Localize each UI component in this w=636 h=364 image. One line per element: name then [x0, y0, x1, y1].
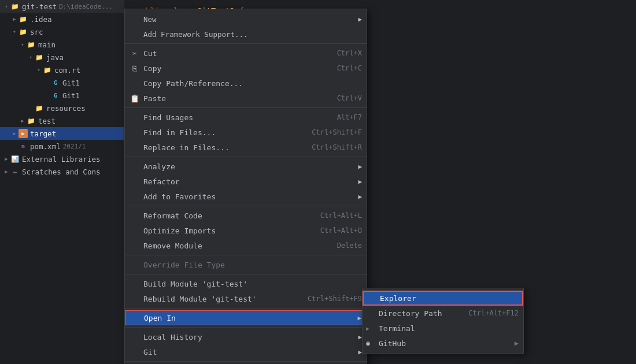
shortcut-label: Ctrl+Shift+F9 — [308, 295, 362, 303]
tree-item-scratches[interactable]: ▶ ✏ Scratches and Cons — [0, 165, 124, 178]
menu-item-new[interactable]: New ▶ — [125, 12, 367, 27]
menu-item-refactor[interactable]: Refactor ▶ — [125, 174, 367, 189]
src-folder-icon: 📁 — [19, 27, 28, 36]
menu-item-override-file-type[interactable]: Override File Type — [125, 257, 367, 272]
tree-item-git-test[interactable]: ▾ 📁 git-test D:\ideaCode... — [0, 0, 124, 13]
tree-item-resources[interactable]: 📁 resources — [0, 102, 124, 114]
tree-item-ext-libs[interactable]: ▶ 📊 External Libraries — [0, 153, 124, 165]
copy-icon: ⎘ — [130, 64, 140, 73]
menu-separator — [125, 107, 367, 108]
shortcut-label: Ctrl+Alt+O — [320, 226, 362, 235]
submenu-arrow-icon: ▶ — [358, 193, 362, 200]
tree-label: Git1 — [62, 79, 80, 87]
menu-item-add-to-fav[interactable]: Add to Favorites ▶ — [125, 189, 367, 204]
menu-item-copy[interactable]: ⎘ Copy Ctrl+C — [125, 61, 367, 76]
menu-item-cut[interactable]: ✂ Cut Ctrl+X — [125, 46, 367, 61]
tree-sublabel: D:\ideaCode... — [59, 3, 113, 10]
tree-label: Scratches and Cons — [22, 168, 100, 176]
shortcut-label: Ctrl+Alt+L — [320, 211, 362, 220]
submenu-arrow-icon: ▶ — [358, 16, 362, 23]
tree-item-git2[interactable]: G Git1 — [0, 89, 124, 102]
menu-item-rebuild-module[interactable]: Rebuild Module 'git-test' Ctrl+Shift+F9 — [125, 291, 367, 306]
menu-separator — [125, 308, 367, 309]
menu-item-copy-path[interactable]: Copy Path/Reference... — [125, 76, 367, 91]
tree-arrow: ▾ — [10, 29, 19, 35]
paste-icon: 📋 — [130, 94, 140, 103]
scratch-icon: ✏ — [10, 167, 20, 176]
submenu-arrow-icon: ▶ — [357, 314, 361, 322]
menu-item-reformat[interactable]: Reformat Code Ctrl+Alt+L — [125, 208, 367, 223]
tree-label: resources — [46, 104, 86, 113]
shortcut-label: Alt+F7 — [337, 113, 362, 121]
submenu-item-directory-path[interactable]: Directory Path Ctrl+Alt+F12 — [363, 306, 523, 321]
tree-label: main — [38, 40, 56, 49]
menu-separator — [125, 274, 367, 274]
tree-item-main[interactable]: ▾ 📁 main — [0, 38, 124, 51]
tree-item-pom[interactable]: m pom.xml 2021/1 — [0, 140, 124, 153]
library-icon: 📊 — [10, 154, 20, 164]
menu-item-replace-in-files[interactable]: Replace in Files... Ctrl+Shift+R — [125, 140, 367, 155]
tree-label: Git1 — [62, 91, 80, 100]
menu-item-add-framework[interactable]: Add Framework Support... — [125, 27, 367, 42]
folder-icon: 📁 — [27, 116, 36, 125]
tree-item-java[interactable]: ▾ 📁 java — [0, 51, 124, 64]
menu-item-build-module[interactable]: Build Module 'git-test' — [125, 276, 367, 291]
git-file-icon: G — [51, 91, 60, 100]
tree-arrow: ▶ — [10, 131, 19, 136]
shortcut-label: Ctrl+V — [337, 94, 362, 102]
submenu-arrow-icon: ▶ — [358, 163, 362, 170]
menu-separator — [125, 361, 367, 362]
menu-item-find-in-files[interactable]: Find in Files... Ctrl+Shift+F — [125, 125, 367, 140]
tree-label: com.rt — [54, 66, 80, 75]
tree-arrow: ▾ — [27, 54, 35, 60]
tree-label: test — [38, 117, 56, 125]
tree-item-src[interactable]: ▾ 📁 src — [0, 25, 124, 38]
project-panel: ▾ 📁 git-test D:\ideaCode... ▶ 📁 .idea ▾ … — [0, 0, 124, 364]
menu-item-analyze[interactable]: Analyze ▶ — [125, 159, 367, 174]
tree-arrow: ▶ — [19, 118, 27, 124]
submenu-item-terminal[interactable]: ▶ Terminal — [363, 321, 523, 336]
tree-item-com-rt[interactable]: ▾ 📁 com.rt — [0, 64, 124, 76]
shortcut-label: Ctrl+C — [337, 64, 362, 72]
tree-label: java — [46, 53, 64, 62]
tree-arrow: ▾ — [35, 67, 43, 73]
shortcut-label: Ctrl+Shift+R — [312, 143, 362, 151]
tree-item-target[interactable]: ▶ ▶ target — [0, 127, 124, 140]
tree-label: pom.xml — [30, 142, 61, 151]
menu-separator — [125, 255, 367, 255]
tree-item-idea[interactable]: ▶ 📁 .idea — [0, 13, 124, 25]
tree-label: External Libraries — [22, 155, 100, 164]
submenu-item-github[interactable]: ◉ GitHub ▶ — [363, 336, 523, 351]
folder-icon: 📁 — [19, 14, 28, 24]
menu-separator — [125, 157, 367, 157]
folder-icon: 📁 — [10, 2, 20, 11]
shortcut-label: Ctrl+Shift+F — [312, 128, 362, 136]
tree-label: src — [30, 28, 43, 36]
submenu-arrow-icon: ▶ — [358, 333, 362, 341]
shortcut-label: Ctrl+Alt+F12 — [468, 309, 519, 317]
menu-item-paste[interactable]: 📋 Paste Ctrl+V — [125, 91, 367, 106]
menu-item-remove-module[interactable]: Remove Module Delete — [125, 238, 367, 253]
submenu-open-in: Explorer Directory Path Ctrl+Alt+F12 ▶ T… — [362, 288, 524, 354]
context-menu: New ▶ Add Framework Support... ✂ Cut Ctr… — [124, 9, 367, 364]
tree-item-git1[interactable]: G Git1 — [0, 76, 124, 89]
tree-arrow: ▾ — [19, 42, 27, 47]
tree-arrow: ▶ — [2, 156, 10, 162]
menu-item-opt-imports[interactable]: Optimize Imports Ctrl+Alt+O — [125, 223, 367, 238]
tree-label: .idea — [30, 15, 52, 24]
tree-arrow: ▶ — [2, 169, 10, 174]
submenu-item-explorer[interactable]: Explorer — [363, 291, 523, 306]
menu-separator — [125, 327, 367, 328]
terminal-icon: ▶ — [366, 325, 369, 332]
tree-arrow: ▶ — [10, 16, 19, 22]
folder-icon: 📁 — [43, 65, 52, 75]
tree-label: git-test — [22, 2, 57, 11]
menu-item-open-in[interactable]: Open In ▶ — [125, 310, 367, 325]
tree-sublabel: 2021/1 — [63, 143, 86, 150]
tree-item-test[interactable]: ▶ 📁 test — [0, 114, 124, 127]
tree-arrow: ▾ — [2, 3, 10, 9]
menu-item-find-usages[interactable]: Find Usages Alt+F7 — [125, 110, 367, 125]
menu-item-git[interactable]: Git ▶ — [125, 344, 367, 359]
menu-item-local-history[interactable]: Local History ▶ — [125, 329, 367, 344]
resources-folder-icon: 📁 — [35, 103, 44, 113]
